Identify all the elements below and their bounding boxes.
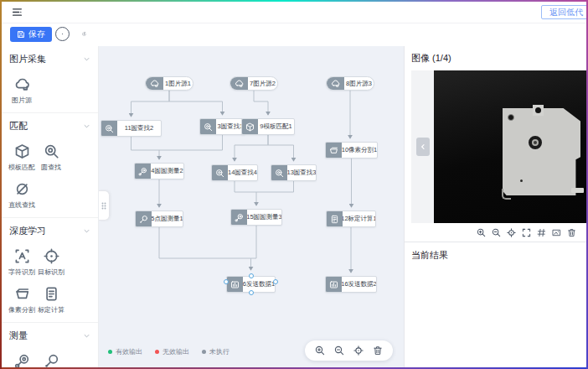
palette-item-字符识别[interactable]: 字符识别 [9,248,34,277]
part-center-hole [529,136,542,149]
flow-node-15[interactable]: 15圆圆测量3 [230,209,282,226]
image-compare-icon[interactable] [552,228,561,237]
legend-label: 未执行 [209,347,230,356]
grid-icon[interactable] [537,228,546,237]
section-title-label: 测量 [9,330,28,342]
flow-node-5[interactable]: 5点圆测量1 [135,210,183,227]
flow-node-14[interactable]: 14圆查找4 [211,164,258,181]
chevron-down-icon [83,332,90,340]
node-port[interactable] [224,279,229,284]
cloud-image-icon [14,76,30,92]
chevron-down-icon [83,227,90,235]
zoom-in-icon[interactable] [477,228,486,237]
flow-node-16[interactable]: 16发送数据2 [325,276,377,293]
node-label: 14圆查找4 [228,165,257,180]
locate-icon[interactable] [353,346,364,356]
flow-node-6[interactable]: 6发送数据1 [226,276,276,293]
node-label: 12标定计算1 [343,211,375,226]
flow-canvas[interactable]: 1图片源17图片源28图片源311圆查找23圆查找19模板匹配110像素分割14… [99,46,405,367]
cloud-image-icon [150,79,159,88]
palette-section-title[interactable]: 图片采集 [9,53,90,65]
legend-dot [155,350,159,354]
node-label: 8图片源3 [344,77,374,90]
palette-item-label: 模板匹配 [8,163,35,172]
fullscreen-icon[interactable] [522,228,531,237]
circle-search-icon [275,169,284,178]
flow-node-10[interactable]: 10像素分割1 [325,142,378,159]
calc-doc-icon [44,286,59,302]
prev-image-button[interactable] [416,138,430,156]
palette-section-title[interactable]: 匹配 [9,120,90,133]
save-button[interactable]: 保存 [10,27,52,42]
trash-icon[interactable] [373,346,383,356]
flow-node-4[interactable]: 4圆圆测量2 [134,163,184,179]
palette-item-图片源[interactable]: 图片源 [9,76,34,105]
palette-item-label: 圆查找 [41,163,61,172]
palette-section-title[interactable]: 深度学习 [9,225,90,237]
camera-image[interactable] [434,70,586,223]
output-legend: 有效输出无效输出未执行 [108,347,230,356]
node-port[interactable] [249,273,254,278]
image-results-panel: 图像 (1/4) [404,46,586,367]
palette-item-圆圆测量[interactable]: 圆圆测量 [9,353,34,367]
save-button-label: 保存 [28,29,45,40]
node-type-icon [136,211,152,226]
zoom-out-icon[interactable] [334,346,344,356]
cube-icon [14,143,30,159]
chevron-down-icon [83,55,90,63]
flow-node-7[interactable]: 7图片源2 [230,76,278,91]
node-label: 11圆查找2 [117,121,161,136]
flow-node-8[interactable]: 8图片源3 [326,76,374,91]
flow-node-3[interactable]: 3圆查找1 [199,118,245,135]
circle-search-icon [204,122,213,132]
legend-dot [202,350,206,354]
flow-node-9[interactable]: 9模板匹配1 [241,118,295,135]
node-type-icon [271,165,287,180]
palette-item-点圆测量[interactable]: 点圆测量 [39,353,64,367]
machine-part [503,108,580,195]
node-palette-sidebar: 图片采集图片源匹配模板匹配圆查找直线查找深度学习字符识别目标识别像素分割标定计算… [2,46,99,367]
palette-item-像素分割[interactable]: 像素分割 [9,286,34,314]
node-label: 9模板匹配1 [258,119,294,134]
measure-point-circle-icon [139,215,148,224]
section-title-label: 图片采集 [9,53,46,65]
sidebar-collapse-handle[interactable] [99,190,110,221]
run-button[interactable] [55,27,70,41]
flow-node-13[interactable]: 13圆查找3 [271,164,317,181]
palette-item-label: 字符识别 [8,268,35,277]
node-port[interactable] [249,290,254,295]
palette-item-圆查找[interactable]: 圆查找 [39,143,64,172]
palette-item-直线查找[interactable]: 直线查找 [9,181,34,210]
measure-point-circle-icon [44,353,59,367]
palette-section-2: 深度学习字符识别目标识别像素分割标定计算 [2,218,98,323]
node-label: 6发送数据1 [243,277,275,292]
part-bottom-hook [502,189,511,200]
measure-circle-circle-icon [138,167,147,176]
palette-section-title[interactable]: 测量 [9,330,90,342]
image-viewer [411,70,586,223]
palette-item-标定计算[interactable]: 标定计算 [39,286,64,314]
palette-item-目标识别[interactable]: 目标识别 [39,248,64,277]
locate-icon[interactable] [507,228,516,237]
node-type-icon [146,77,163,90]
run-once-button[interactable] [77,27,91,41]
menu-icon[interactable] [12,7,23,18]
palette-item-模板匹配[interactable]: 模板匹配 [9,143,34,172]
part-right-nub [571,188,584,193]
back-to-lowcode-button[interactable]: 返回低代 [541,5,586,19]
zoom-in-icon[interactable] [315,346,325,356]
flow-node-11[interactable]: 11圆查找2 [101,120,162,137]
node-label: 4圆圆测量2 [151,164,183,179]
image-panel-title: 图像 (1/4) [405,46,586,65]
node-type-icon [227,277,243,292]
segment-icon [14,286,30,302]
node-port[interactable] [273,279,278,284]
section-title-label: 匹配 [9,120,28,133]
segment-icon [329,146,338,155]
flow-node-12[interactable]: 12标定计算1 [326,210,376,227]
save-icon [17,30,25,39]
trash-icon[interactable] [567,228,576,237]
flow-node-1[interactable]: 1图片源1 [145,76,193,91]
zoom-out-icon[interactable] [492,228,501,237]
node-type-icon [200,119,216,134]
